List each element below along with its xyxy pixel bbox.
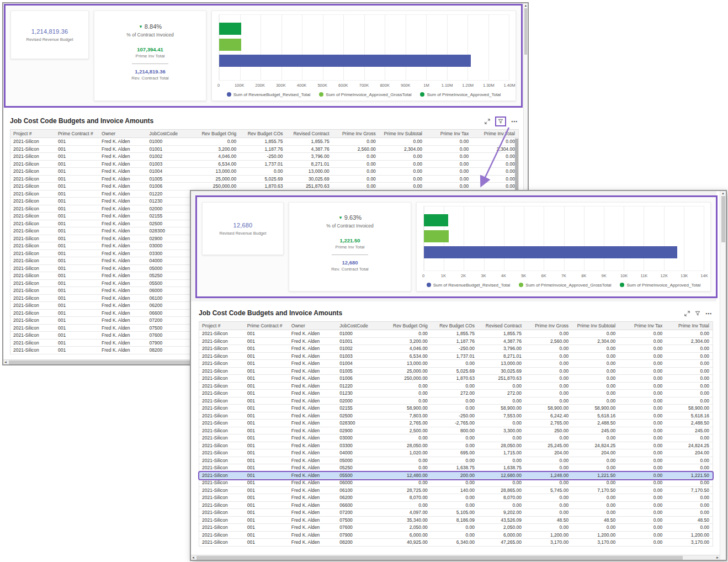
- column-header[interactable]: Rev Budget Orig: [193, 131, 240, 136]
- scroll-up-icon[interactable]: ▲: [524, 3, 528, 8]
- table-row[interactable]: 2021-Silicon001Fred K. Alden01006250,000…: [199, 375, 713, 383]
- filter-icon[interactable]: [495, 116, 506, 126]
- table-row[interactable]: 2021-Silicon001Fred K. Alden010024,046.0…: [199, 345, 713, 353]
- table-row[interactable]: 2021-Silicon001Fred K. Alden010036,534.0…: [10, 161, 518, 168]
- table-row[interactable]: 2021-Silicon001Fred K. Alden079006,000.0…: [199, 532, 713, 539]
- table-row[interactable]: 2021-Silicon001Fred K. Alden010000.001,8…: [10, 138, 518, 146]
- table-row[interactable]: 2021-Silicon001Fred K. Alden010013,200.0…: [10, 146, 518, 153]
- column-header[interactable]: Revised Contract: [286, 131, 333, 136]
- table-row[interactable]: 2021-Silicon001Fred K. Alden0100413,000.…: [199, 360, 713, 368]
- table-row[interactable]: 2021-Silicon001Fred K. Alden020000.000.0…: [199, 397, 713, 405]
- table-row[interactable]: 2021-Silicon001Fred K. Alden010036,534.0…: [199, 353, 713, 360]
- column-header[interactable]: Rev Budget COs: [240, 131, 286, 136]
- scrollbar-thumb[interactable]: [196, 556, 683, 560]
- column-header[interactable]: Project #: [10, 131, 55, 136]
- table-row[interactable]: 2021-Silicon001Fred K. Alden012200.000.0…: [199, 383, 713, 390]
- table-cell: 2021-Silicon: [10, 176, 55, 182]
- column-header[interactable]: Owner: [289, 323, 337, 328]
- divider: [332, 255, 368, 255]
- column-header[interactable]: Prime Inv Tax: [426, 131, 472, 136]
- column-header[interactable]: Prime Contract #: [245, 323, 289, 328]
- kpi-card-percent-contract-invoiced[interactable]: ▼8.84% % of Contract Invoiced 107,394.41…: [94, 10, 206, 101]
- table-row[interactable]: 2021-Silicon001Fred K. Alden025007,803.0…: [199, 412, 713, 420]
- column-header[interactable]: Prime Inv Total: [472, 131, 518, 136]
- table-row[interactable]: 2021-Silicon001Fred K. Alden062008,070.0…: [199, 494, 713, 502]
- column-header[interactable]: Prime Inv Tax: [619, 323, 666, 328]
- table-cell: 0.00: [333, 139, 379, 144]
- bar-chart-card[interactable]: 01K2K3K4K5K6K7K8K9K10K11K12K13K14K Sum o…: [416, 202, 711, 291]
- table-row[interactable]: 2021-Silicon001Fred K. Alden0283002,765.…: [199, 420, 713, 427]
- filter-icon[interactable]: [695, 311, 700, 316]
- scroll-left-icon[interactable]: ◄: [4, 360, 7, 365]
- column-header[interactable]: Revised Contract: [478, 323, 525, 328]
- legend-item[interactable]: Sum of PrimeInvoice_Approved_GrossTotal: [319, 92, 411, 97]
- chart-bar[interactable]: [219, 23, 241, 35]
- column-header[interactable]: Rev Budget Orig: [384, 323, 431, 328]
- ellipsis-icon[interactable]: ⋯: [511, 119, 518, 124]
- table-row[interactable]: 2021-Silicon001Fred K. Alden029002,500.0…: [199, 427, 713, 435]
- column-header[interactable]: Project #: [199, 323, 245, 328]
- column-header[interactable]: JobCostCode: [147, 131, 194, 136]
- table-row[interactable]: 2021-Silicon001Fred K. Alden0330028,050.…: [199, 442, 713, 450]
- table-row[interactable]: 2021-Silicon001Fred K. Alden010000.001,8…: [199, 330, 713, 338]
- kpi-card-revised-revenue-budget[interactable]: 12,680 Revised Revenue Budget: [202, 202, 284, 255]
- legend-item[interactable]: Sum of PrimeInvoice_Approved_Total: [420, 92, 501, 97]
- table-row[interactable]: 2021-Silicon001Fred K. Alden076002,050.0…: [199, 524, 713, 532]
- table-cell: 7,553.00: [478, 413, 525, 418]
- table-row[interactable]: 2021-Silicon001Fred K. Alden0100525,000.…: [10, 176, 518, 183]
- window-vertical-scrollbar[interactable]: ▲: [720, 191, 726, 560]
- table-row[interactable]: 2021-Silicon001Fred K. Alden066000.000.0…: [199, 502, 713, 510]
- column-header[interactable]: Prime Inv Total: [666, 323, 713, 328]
- window-horizontal-scrollbar[interactable]: ◄ ►: [191, 555, 720, 560]
- legend-item[interactable]: Sum of PrimeInvoice_Approved_Total: [620, 283, 700, 288]
- bar-chart-card[interactable]: 0100K200K300K400K500K600K700K800K900K1M1…: [211, 10, 516, 101]
- column-header[interactable]: JobCostCode: [337, 323, 384, 328]
- legend-item[interactable]: Sum of PrimeInvoice_Approved_GrossTotal: [519, 283, 611, 288]
- column-header[interactable]: Prime Contract #: [55, 131, 99, 136]
- column-header[interactable]: Prime Inv Gross: [525, 323, 572, 328]
- table-row[interactable]: 2021-Silicon001Fred K. Alden0215558,900.…: [199, 405, 713, 412]
- table-row[interactable]: 2021-Silicon001Fred K. Alden060000.000.0…: [199, 479, 713, 487]
- table-cell: 2,488.50: [572, 420, 619, 426]
- table-row[interactable]: 2021-Silicon001Fred K. Alden072004,097.0…: [199, 509, 713, 517]
- column-header[interactable]: Prime Inv Gross: [333, 131, 379, 136]
- table-row[interactable]: 2021-Silicon001Fred K. Alden012300.00272…: [199, 390, 713, 397]
- table-cell: 0.00: [619, 465, 666, 470]
- scrollbar-thumb[interactable]: [524, 8, 527, 55]
- table-cell: 0.00: [619, 360, 666, 366]
- expand-icon[interactable]: [684, 311, 690, 316]
- chart-bar[interactable]: [424, 246, 677, 258]
- table-row[interactable]: 2021-Silicon001Fred K. Alden010013,200.0…: [199, 338, 713, 346]
- table-row[interactable]: 2021-Silicon001Fred K. Alden052500.001,6…: [199, 464, 713, 472]
- column-header[interactable]: Prime Inv Subtotal: [572, 323, 619, 328]
- kpi-card-percent-contract-invoiced[interactable]: ▼9.63% % of Contract Invoiced 1,221.50 P…: [289, 202, 411, 291]
- column-header[interactable]: Prime Inv Subtotal: [379, 131, 426, 136]
- column-header[interactable]: Rev Budget COs: [431, 323, 478, 328]
- table-cell: 07900: [147, 340, 194, 346]
- column-header[interactable]: Owner: [99, 131, 146, 136]
- table-row[interactable]: 2021-Silicon001Fred K. Alden0750035,340.…: [199, 517, 713, 524]
- scroll-right-icon[interactable]: ►: [716, 555, 719, 560]
- table-row[interactable]: 2021-Silicon001Fred K. Alden040001,020.0…: [199, 449, 713, 457]
- chart-bar[interactable]: [424, 214, 448, 226]
- chart-bar[interactable]: [219, 55, 471, 67]
- table-row[interactable]: 2021-Silicon001Fred K. Alden0820040,925.…: [199, 539, 713, 547]
- table-row[interactable]: 2021-Silicon001Fred K. Alden030000.000.0…: [199, 434, 713, 442]
- table-row[interactable]: 2021-Silicon001Fred K. Alden0100413,000.…: [10, 168, 518, 176]
- chart-bar[interactable]: [424, 230, 449, 242]
- kpi-card-revised-revenue-budget[interactable]: 1,214,819.36 Revised Revenue Budget: [10, 10, 89, 59]
- table-row[interactable]: 2021-Silicon001Fred K. Alden050000.000.0…: [199, 457, 713, 465]
- ellipsis-icon[interactable]: ⋯: [705, 311, 712, 316]
- table-row[interactable]: 2021-Silicon001Fred K. Alden010024,046.0…: [10, 153, 518, 161]
- table-row-highlighted[interactable]: 2021-Silicon001Fred K. Alden0550012,480.…: [199, 472, 713, 480]
- table-row[interactable]: 2021-Silicon001Fred K. Alden0610028,725.…: [199, 487, 713, 495]
- scroll-left-icon[interactable]: ◄: [192, 555, 195, 560]
- scrollbar-thumb[interactable]: [721, 196, 725, 242]
- table-row[interactable]: 2021-Silicon001Fred K. Alden01006250,000…: [10, 183, 518, 190]
- legend-item[interactable]: Sum of RevenueBudget_Revised_Total: [227, 92, 311, 97]
- expand-icon[interactable]: [485, 119, 490, 124]
- table-row[interactable]: 2021-Silicon001Fred K. Alden0100525,000.…: [199, 368, 713, 375]
- scroll-up-icon[interactable]: ▲: [721, 191, 725, 196]
- legend-item[interactable]: Sum of RevenueBudget_Revised_Total: [427, 283, 511, 288]
- chart-bar[interactable]: [219, 39, 241, 51]
